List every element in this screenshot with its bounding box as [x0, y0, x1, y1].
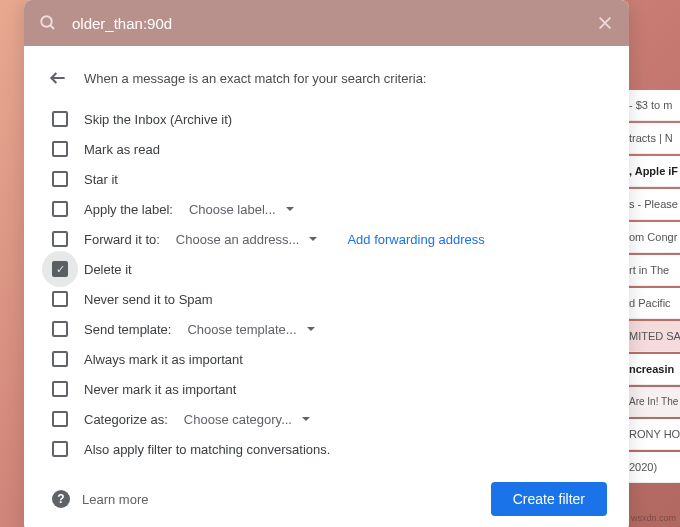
- label-never-important: Never mark it as important: [84, 382, 236, 397]
- bg-snippet: ncreasin: [625, 354, 680, 385]
- bg-snippet: d Pacific: [625, 288, 680, 319]
- option-always-important: Always mark it as important: [46, 344, 607, 374]
- checkbox-star[interactable]: [52, 171, 68, 187]
- search-icon: [38, 13, 58, 33]
- bg-snippet: RONY HO: [625, 419, 680, 450]
- option-skip-inbox: Skip the Inbox (Archive it): [46, 104, 607, 134]
- learn-more-label: Learn more: [82, 492, 148, 507]
- checkbox-mark-read[interactable]: [52, 141, 68, 157]
- bg-snippet: rt in The: [625, 255, 680, 286]
- checkbox-never-spam[interactable]: [52, 291, 68, 307]
- bg-snippet: tracts | N: [625, 123, 680, 154]
- close-icon[interactable]: [595, 13, 615, 33]
- option-delete: ✓ Delete it: [46, 254, 607, 284]
- select-categorize[interactable]: Choose category...: [184, 412, 310, 427]
- svg-line-1: [50, 25, 54, 29]
- chevron-down-icon: [309, 237, 317, 241]
- add-forwarding-link[interactable]: Add forwarding address: [347, 232, 484, 247]
- bg-snippet: om Congr: [625, 222, 680, 253]
- svg-point-0: [41, 16, 52, 27]
- option-never-important: Never mark it as important: [46, 374, 607, 404]
- label-always-important: Always mark it as important: [84, 352, 243, 367]
- bg-snippet: MITED SA: [625, 321, 680, 352]
- bg-snippet: , Apple iF: [625, 156, 680, 187]
- select-apply-label[interactable]: Choose label...: [189, 202, 294, 217]
- select-send-template[interactable]: Choose template...: [187, 322, 314, 337]
- dialog-header-text: When a message is an exact match for you…: [84, 71, 426, 86]
- select-forward-address[interactable]: Choose an address...: [176, 232, 318, 247]
- option-send-template: Send template: Choose template...: [46, 314, 607, 344]
- search-bar: [24, 0, 629, 46]
- checkbox-always-important[interactable]: [52, 351, 68, 367]
- checkbox-categorize[interactable]: [52, 411, 68, 427]
- label-delete: Delete it: [84, 262, 132, 277]
- learn-more-link[interactable]: ? Learn more: [52, 490, 148, 508]
- dialog-header-row: When a message is an exact match for you…: [46, 60, 607, 104]
- label-never-spam: Never send it to Spam: [84, 292, 213, 307]
- watermark: wsxdn.com: [631, 513, 676, 523]
- back-button[interactable]: [46, 66, 70, 90]
- chevron-down-icon: [286, 207, 294, 211]
- option-categorize: Categorize as: Choose category...: [46, 404, 607, 434]
- bg-snippet: Are In! The: [625, 387, 680, 417]
- checkbox-forward[interactable]: [52, 231, 68, 247]
- chevron-down-icon: [302, 417, 310, 421]
- checkbox-skip-inbox[interactable]: [52, 111, 68, 127]
- help-icon: ?: [52, 490, 70, 508]
- background-email-list: - $3 to m tracts | N , Apple iF s - Plea…: [625, 90, 680, 483]
- label-send-template: Send template:: [84, 322, 171, 337]
- label-mark-read: Mark as read: [84, 142, 160, 157]
- bg-snippet: 2020): [625, 452, 680, 483]
- checkbox-apply-label[interactable]: [52, 201, 68, 217]
- filter-dialog: When a message is an exact match for you…: [24, 0, 629, 527]
- label-apply-label: Apply the label:: [84, 202, 173, 217]
- option-forward: Forward it to: Choose an address... Add …: [46, 224, 607, 254]
- create-filter-button[interactable]: Create filter: [491, 482, 607, 516]
- chevron-down-icon: [307, 327, 315, 331]
- option-also-apply: Also apply filter to matching conversati…: [46, 434, 607, 464]
- label-skip-inbox: Skip the Inbox (Archive it): [84, 112, 232, 127]
- checkmark-icon: ✓: [56, 264, 65, 275]
- label-categorize: Categorize as:: [84, 412, 168, 427]
- bg-snippet: - $3 to m: [625, 90, 680, 121]
- label-forward: Forward it to:: [84, 232, 160, 247]
- option-mark-read: Mark as read: [46, 134, 607, 164]
- checkbox-also-apply[interactable]: [52, 441, 68, 457]
- checkbox-never-important[interactable]: [52, 381, 68, 397]
- option-never-spam: Never send it to Spam: [46, 284, 607, 314]
- checkbox-delete[interactable]: ✓: [52, 261, 68, 277]
- checkbox-send-template[interactable]: [52, 321, 68, 337]
- dialog-footer: ? Learn more Create filter: [46, 464, 607, 516]
- label-also-apply: Also apply filter to matching conversati…: [84, 442, 330, 457]
- filter-options: Skip the Inbox (Archive it) Mark as read…: [46, 104, 607, 464]
- bg-snippet: s - Please: [625, 189, 680, 220]
- search-input[interactable]: [58, 15, 595, 32]
- option-star: Star it: [46, 164, 607, 194]
- option-apply-label: Apply the label: Choose label...: [46, 194, 607, 224]
- label-star: Star it: [84, 172, 118, 187]
